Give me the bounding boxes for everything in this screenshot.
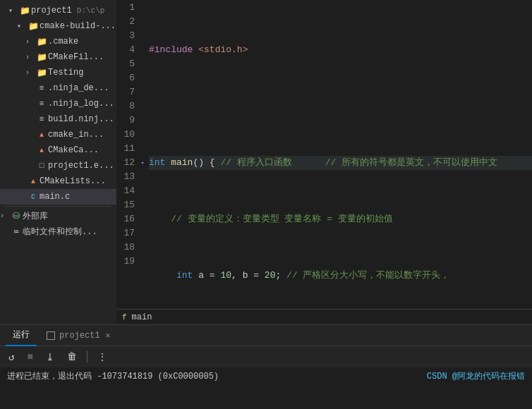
restart-button[interactable]: ↺ bbox=[6, 350, 17, 365]
cmake-icon-lists: ▲ bbox=[27, 178, 40, 185]
sidebar-label-cmakefiles: CMakeFil... bbox=[48, 52, 116, 62]
temp-icon: ≔ bbox=[10, 226, 23, 237]
code-line-4: // 变量的定义：变量类型 变量名称 = 变量的初始值 bbox=[149, 212, 532, 226]
sidebar-label-testing: Testing bbox=[48, 68, 116, 78]
file-icon-ninja-de: ≡ bbox=[35, 84, 48, 92]
breadcrumb: f main bbox=[116, 309, 532, 324]
sidebar-label-cmake-build: cmake-build-... bbox=[40, 21, 116, 31]
sidebar-label-ninja-de: .ninja_de... bbox=[48, 83, 116, 93]
external-icon: ⛁ bbox=[10, 211, 23, 221]
panel-output: 进程已结束，退出代码 -1073741819 (0xC0000005) CSDN… bbox=[0, 367, 532, 409]
code-editor: 1 2 3 4 5 6 7 8 9 10 11 12 13 14 15 16 1… bbox=[116, 0, 532, 324]
code-line-5: int a = 10, b = 20; // 严格区分大小写，不能以数字开头， bbox=[149, 269, 532, 283]
code-line-3: ▶ int main() { // 程序入口函数 // 所有的符号都是英文，不可… bbox=[149, 156, 532, 170]
cmake-icon-ca: ▲ bbox=[35, 147, 48, 154]
sidebar-label-temp: 临时文件和控制... bbox=[23, 226, 116, 238]
sidebar-item-testing[interactable]: › 📁 Testing bbox=[0, 65, 116, 80]
sidebar-item-cmakefiles[interactable]: › 📁 CMakeFil... bbox=[0, 49, 116, 65]
sidebar-label-external: 外部库 bbox=[23, 210, 116, 222]
sidebar-divider bbox=[6, 206, 111, 207]
sidebar-label-main-c: main.c bbox=[40, 192, 116, 202]
arrow-external: › bbox=[0, 212, 10, 220]
code-line-2 bbox=[149, 99, 532, 114]
arrow-testing: › bbox=[25, 69, 35, 77]
tab-run[interactable]: 运行 bbox=[6, 325, 37, 346]
sidebar-item-cmake[interactable]: › 📁 .cmake bbox=[0, 34, 116, 49]
more-button[interactable]: ⋮ bbox=[95, 350, 110, 365]
bottom-panel: 运行 project1 ✕ ↺ ■ ⤓ 🗑 ⋮ 进程已结束，退出代码 -1073… bbox=[0, 324, 532, 409]
folder-icon-project1: 📁 bbox=[18, 6, 31, 16]
sidebar-item-ninja-de[interactable]: › ≡ .ninja_de... bbox=[0, 80, 116, 96]
code-line-1: #include <stdio.h> bbox=[149, 43, 532, 57]
preprocessor-1: #include bbox=[149, 43, 193, 57]
c-icon-main: C bbox=[27, 193, 40, 201]
sidebar-label-project1: project1 D:\c\p bbox=[31, 6, 116, 16]
tab-project1[interactable]: project1 ✕ bbox=[40, 325, 119, 346]
sidebar-label-cmakelists: CMakeLists... bbox=[40, 176, 116, 186]
sidebar-item-cmakeca[interactable]: › ▲ CMakeCa... bbox=[0, 142, 116, 158]
arrow-project1: ▾ bbox=[8, 6, 18, 15]
breadcrumb-fn-label: main bbox=[132, 312, 152, 322]
tab-project1-label: project1 bbox=[59, 331, 100, 341]
arrow-cmake-build: ▾ bbox=[17, 22, 27, 30]
output-text: 进程已结束，退出代码 -1073741819 (0xC0000005) bbox=[7, 370, 219, 382]
tab-project1-icon bbox=[47, 331, 55, 340]
line-numbers: 1 2 3 4 5 6 7 8 9 10 11 12 13 14 15 16 1… bbox=[116, 0, 142, 309]
sidebar-label-ninja-log: .ninja_log... bbox=[48, 99, 116, 109]
sidebar-label-cmake: .cmake bbox=[48, 37, 116, 47]
sidebar-label-cmake-install: cmake_in... bbox=[48, 130, 116, 140]
sidebar-label-cmakeca: CMakeCa... bbox=[48, 145, 116, 155]
sidebar-item-cmake-build[interactable]: ▾ 📁 cmake-build-... bbox=[0, 18, 116, 34]
folder-icon-cmakefiles: 📁 bbox=[35, 52, 48, 63]
panel-toolbar: ↺ ■ ⤓ 🗑 ⋮ bbox=[0, 346, 532, 367]
sidebar-item-project1-exe[interactable]: › □ project1.e... bbox=[0, 158, 116, 173]
sidebar-item-cmakelists[interactable]: › ▲ CMakeLists... bbox=[0, 173, 116, 189]
brand-text: CSDN @阿龙的代码在报错 bbox=[427, 370, 525, 382]
folder-icon-cmake-build: 📁 bbox=[27, 21, 40, 32]
sidebar-item-build-ninja[interactable]: › ≡ build.ninj... bbox=[0, 111, 116, 127]
tab-close-button[interactable]: ✕ bbox=[104, 331, 112, 340]
tab-run-label: 运行 bbox=[13, 329, 30, 341]
folder-icon-testing: 📁 bbox=[35, 68, 48, 78]
clear-button[interactable]: 🗑 bbox=[64, 350, 80, 364]
code-content[interactable]: #include <stdio.h> ▶ int main() { // 程序入… bbox=[142, 0, 532, 309]
file-icon-ninja-log: ≡ bbox=[35, 99, 48, 108]
panel-tabs-bar: 运行 project1 ✕ bbox=[0, 325, 532, 346]
toolbar-separator bbox=[87, 351, 87, 362]
sidebar-item-external[interactable]: › ⛁ 外部库 bbox=[0, 208, 116, 224]
scroll-button[interactable]: ⤓ bbox=[43, 350, 57, 365]
function-icon: f bbox=[122, 313, 127, 322]
file-icon-project1-exe: □ bbox=[35, 161, 48, 170]
arrow-cmakefiles: › bbox=[25, 54, 35, 61]
sidebar-item-main-c[interactable]: › C main.c bbox=[0, 189, 116, 204]
sidebar-item-temp[interactable]: › ≔ 临时文件和控制... bbox=[0, 224, 116, 239]
debug-arrow: ▶ bbox=[142, 156, 144, 170]
sidebar-label-project1-exe: project1.e... bbox=[48, 161, 116, 171]
stop-button[interactable]: ■ bbox=[24, 350, 35, 364]
file-tree[interactable]: ▾ 📁 project1 D:\c\p ▾ 📁 cmake-build-... … bbox=[0, 0, 116, 324]
cmake-icon-install: ▲ bbox=[35, 131, 48, 139]
sidebar-label-build-ninja: build.ninj... bbox=[48, 114, 116, 124]
sidebar-item-cmake-install[interactable]: › ▲ cmake_in... bbox=[0, 127, 116, 142]
sidebar-item-project1[interactable]: ▾ 📁 project1 D:\c\p bbox=[0, 3, 116, 18]
arrow-cmake: › bbox=[25, 38, 35, 46]
folder-icon-cmake: 📁 bbox=[35, 37, 48, 47]
file-icon-build-ninja: ≡ bbox=[35, 115, 48, 123]
sidebar-item-ninja-log[interactable]: › ≡ .ninja_log... bbox=[0, 96, 116, 111]
